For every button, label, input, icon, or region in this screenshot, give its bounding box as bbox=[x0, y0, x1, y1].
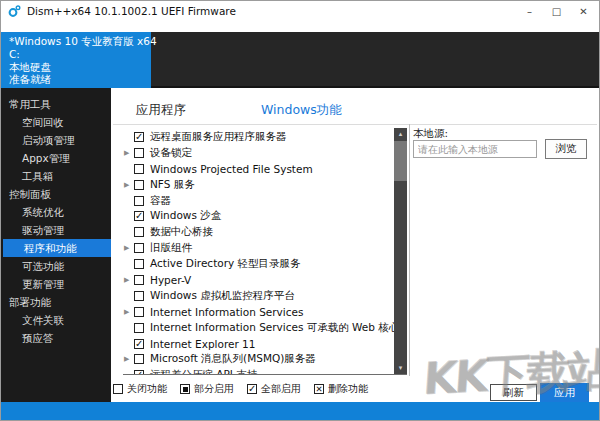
feature-row[interactable]: Windows Projected File System bbox=[123, 161, 393, 177]
header-band: *Windows 10 专业教育版 x64 C: 本地硬盘 准备就绪 bbox=[1, 32, 599, 88]
sidebar-item[interactable]: 可选功能 bbox=[1, 257, 111, 275]
feature-label: Internet Information Services bbox=[150, 306, 303, 318]
feature-label: Windows 虚拟机监控程序平台 bbox=[150, 289, 295, 303]
sidebar-item[interactable]: 部署功能 bbox=[1, 293, 111, 311]
sidebar-item[interactable]: 程序和功能 bbox=[3, 239, 111, 257]
browse-button[interactable]: 浏览 bbox=[545, 139, 587, 159]
maximize-icon[interactable]: □ bbox=[543, 1, 570, 21]
features-scrollbar[interactable] bbox=[394, 128, 407, 375]
feature-row[interactable]: Windows 沙盒 bbox=[123, 208, 393, 224]
local-source-input[interactable] bbox=[413, 140, 537, 158]
windows-features-list: 远程桌面服务应用程序服务器 设备锁定 Windows Projected Fil… bbox=[123, 128, 407, 375]
sidebar-item[interactable]: 空间回收 bbox=[1, 113, 111, 131]
menu-bar bbox=[1, 21, 599, 32]
feature-row[interactable]: 容器 bbox=[123, 193, 393, 209]
feature-row[interactable]: NFS 服务 bbox=[123, 177, 393, 193]
expand-arrow-icon[interactable] bbox=[123, 244, 134, 252]
sidebar-item[interactable]: 系统优化 bbox=[1, 203, 111, 221]
feature-checkbox[interactable] bbox=[134, 196, 144, 206]
sidebar-item[interactable]: 文件关联 bbox=[1, 311, 111, 329]
sidebar-item-label: 启动项管理 bbox=[22, 134, 75, 146]
legend-item: 部分启用 bbox=[180, 382, 234, 396]
expand-arrow-icon[interactable] bbox=[123, 308, 134, 316]
drive-letter: C: bbox=[9, 48, 143, 61]
dism-window: Dism++x64 10.1.1002.1 UEFI Firmware – □ … bbox=[0, 0, 600, 421]
feature-label: Microsoft 消息队列(MSMQ)服务器 bbox=[150, 352, 316, 366]
windows-edition: *Windows 10 专业教育版 x64 bbox=[9, 35, 143, 48]
feature-checkbox[interactable] bbox=[134, 180, 144, 190]
feature-checkbox[interactable] bbox=[134, 132, 144, 142]
legend-item: 删除功能 bbox=[314, 382, 368, 396]
apply-button[interactable]: 应用 bbox=[540, 383, 589, 402]
feature-checkbox[interactable] bbox=[134, 275, 144, 285]
feature-rows: 远程桌面服务应用程序服务器 设备锁定 Windows Projected Fil… bbox=[123, 129, 393, 375]
close-icon[interactable]: ✕ bbox=[570, 1, 597, 21]
feature-row[interactable]: Microsoft 消息队列(MSMQ)服务器 bbox=[123, 351, 393, 367]
sidebar-item[interactable]: 工具箱 bbox=[1, 167, 111, 185]
feature-row[interactable]: 远程差分压缩 API 支持 bbox=[123, 367, 393, 375]
feature-checkbox[interactable] bbox=[134, 227, 144, 237]
feature-checkbox[interactable] bbox=[134, 291, 144, 301]
app-icon bbox=[8, 5, 21, 18]
feature-checkbox[interactable] bbox=[134, 164, 144, 174]
sidebar-item-label: 控制面板 bbox=[9, 188, 51, 200]
feature-row[interactable]: Active Directory 轻型目录服务 bbox=[123, 256, 393, 272]
sidebar-item[interactable]: 驱动管理 bbox=[1, 221, 111, 239]
feature-row[interactable]: Windows 虚拟机监控程序平台 bbox=[123, 288, 393, 304]
expand-arrow-icon[interactable] bbox=[123, 181, 134, 189]
sidebar-item-label: 可选功能 bbox=[22, 260, 64, 272]
feature-row[interactable]: Internet Information Services 可承载的 Web 核… bbox=[123, 320, 393, 336]
footer-bar bbox=[1, 402, 599, 421]
expand-arrow-icon[interactable] bbox=[123, 149, 134, 157]
tab-applications[interactable]: 应用程序 bbox=[136, 102, 186, 119]
tab-windows-features[interactable]: Windows功能 bbox=[261, 102, 342, 119]
sidebar-item[interactable]: Appx管理 bbox=[1, 149, 111, 167]
feature-row[interactable]: Internet Information Services bbox=[123, 304, 393, 320]
local-source-label: 本地源: bbox=[413, 127, 448, 141]
feature-checkbox[interactable] bbox=[134, 354, 144, 364]
sidebar-item-label: 驱动管理 bbox=[22, 224, 64, 236]
legend-checkbox-icon bbox=[314, 384, 324, 394]
disk-type: 本地硬盘 bbox=[9, 61, 143, 74]
feature-checkbox[interactable] bbox=[134, 259, 144, 269]
feature-checkbox[interactable] bbox=[134, 339, 144, 349]
feature-label: 设备锁定 bbox=[150, 146, 192, 160]
sidebar-item[interactable]: 启动项管理 bbox=[1, 131, 111, 149]
feature-checkbox[interactable] bbox=[134, 370, 144, 375]
feature-label: Hyper-V bbox=[150, 274, 191, 286]
feature-row[interactable]: 旧版组件 bbox=[123, 240, 393, 256]
feature-label: 远程桌面服务应用程序服务器 bbox=[150, 130, 287, 144]
sidebar-item-label: 常用工具 bbox=[9, 98, 51, 110]
sidebar-item[interactable]: 更新管理 bbox=[1, 275, 111, 293]
feature-checkbox[interactable] bbox=[134, 323, 144, 333]
feature-row[interactable]: 数据中心桥接 bbox=[123, 224, 393, 240]
legend-label: 全部启用 bbox=[261, 382, 301, 396]
window-title: Dism++x64 10.1.1002.1 UEFI Firmware bbox=[27, 5, 236, 17]
legend-checkbox-icon bbox=[113, 384, 123, 394]
sidebar-item-label: 程序和功能 bbox=[24, 242, 77, 254]
minimize-icon[interactable]: – bbox=[516, 1, 543, 21]
feature-row[interactable]: Internet Explorer 11 bbox=[123, 336, 393, 352]
feature-checkbox[interactable] bbox=[134, 307, 144, 317]
feature-label: 远程差分压缩 API 支持 bbox=[150, 368, 257, 375]
sidebar-item[interactable]: 预应答 bbox=[1, 329, 111, 347]
feature-checkbox[interactable] bbox=[134, 148, 144, 158]
legend-label: 关闭功能 bbox=[127, 382, 167, 396]
expand-arrow-icon[interactable] bbox=[123, 276, 134, 284]
feature-checkbox[interactable] bbox=[134, 243, 144, 253]
refresh-button[interactable]: 刷新 bbox=[490, 384, 537, 401]
feature-row[interactable]: Hyper-V bbox=[123, 272, 393, 288]
scroll-thumb[interactable] bbox=[394, 141, 407, 181]
scroll-up-icon[interactable] bbox=[394, 128, 407, 141]
feature-checkbox[interactable] bbox=[134, 211, 144, 221]
expand-arrow-icon[interactable] bbox=[123, 355, 134, 363]
sidebar-item-label: 空间回收 bbox=[22, 116, 64, 128]
drive-tile[interactable]: *Windows 10 专业教育版 x64 C: 本地硬盘 准备就绪 bbox=[1, 32, 151, 88]
scroll-down-icon[interactable] bbox=[394, 362, 407, 375]
sidebar-item[interactable]: 常用工具 bbox=[1, 95, 111, 113]
panel-divider bbox=[409, 124, 410, 376]
title-bar: Dism++x64 10.1.1002.1 UEFI Firmware – □ … bbox=[1, 1, 599, 21]
feature-row[interactable]: 远程桌面服务应用程序服务器 bbox=[123, 129, 393, 145]
sidebar-item[interactable]: 控制面板 bbox=[1, 185, 111, 203]
feature-row[interactable]: 设备锁定 bbox=[123, 145, 393, 161]
